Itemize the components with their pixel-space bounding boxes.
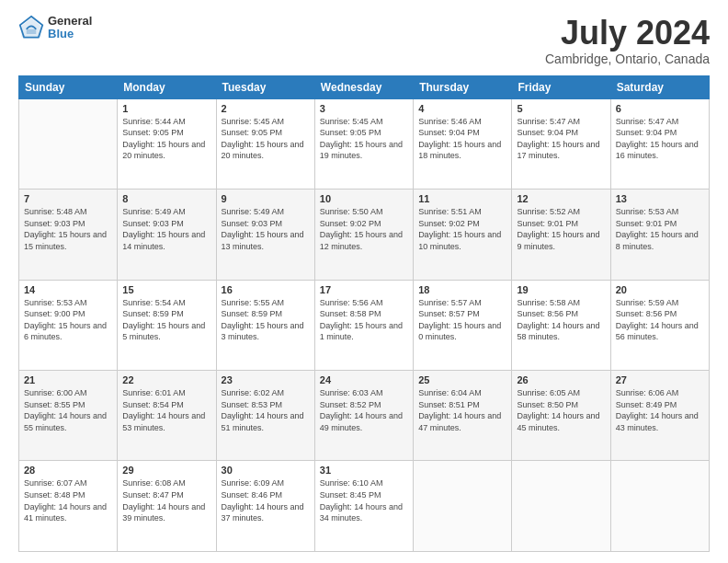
cell-info: Sunrise: 5:46 AMSunset: 9:04 PMDaylight:… [418, 116, 506, 162]
cell-info: Sunrise: 6:01 AMSunset: 8:54 PMDaylight:… [122, 387, 210, 433]
header-monday: Monday [118, 75, 216, 98]
cell-info: Sunrise: 5:48 AMSunset: 9:03 PMDaylight:… [24, 206, 112, 252]
cell-info: Sunrise: 5:59 AMSunset: 8:56 PMDaylight:… [616, 297, 704, 343]
cell-date-number: 16 [222, 284, 310, 295]
cell-info: Sunrise: 5:50 AMSunset: 9:02 PMDaylight:… [320, 206, 408, 252]
table-row: 10Sunrise: 5:50 AMSunset: 9:02 PMDayligh… [314, 190, 413, 280]
title-block: July 2024 Cambridge, Ontario, Canada [545, 15, 710, 66]
table-row: 21Sunrise: 6:00 AMSunset: 8:55 PMDayligh… [19, 371, 118, 461]
table-row: 13Sunrise: 5:53 AMSunset: 9:01 PMDayligh… [610, 190, 709, 280]
cell-date-number: 18 [418, 284, 506, 295]
cell-info: Sunrise: 5:51 AMSunset: 9:02 PMDaylight:… [418, 206, 506, 252]
cell-date-number: 2 [222, 103, 310, 114]
cell-info: Sunrise: 5:47 AMSunset: 9:04 PMDaylight:… [517, 116, 605, 162]
cell-info: Sunrise: 5:58 AMSunset: 8:56 PMDaylight:… [517, 297, 605, 343]
cell-info: Sunrise: 6:10 AMSunset: 8:45 PMDaylight:… [320, 477, 408, 523]
header: General Blue July 2024 Cambridge, Ontari… [18, 15, 710, 66]
cell-date-number: 5 [517, 103, 605, 114]
header-sunday: Sunday [19, 75, 118, 98]
cell-date-number: 29 [122, 465, 210, 476]
cell-info: Sunrise: 5:49 AMSunset: 9:03 PMDaylight:… [122, 206, 210, 252]
cell-date-number: 23 [222, 374, 310, 385]
table-row: 22Sunrise: 6:01 AMSunset: 8:54 PMDayligh… [118, 371, 216, 461]
table-row: 29Sunrise: 6:08 AMSunset: 8:47 PMDayligh… [118, 461, 216, 552]
header-wednesday: Wednesday [314, 75, 413, 98]
cell-date-number: 31 [320, 465, 408, 476]
cell-date-number: 26 [517, 374, 605, 385]
table-row: 4Sunrise: 5:46 AMSunset: 9:04 PMDaylight… [414, 98, 512, 189]
cell-date-number: 9 [222, 193, 310, 204]
weekday-header-row: Sunday Monday Tuesday Wednesday Thursday… [19, 75, 710, 98]
cell-info: Sunrise: 6:04 AMSunset: 8:51 PMDaylight:… [418, 387, 506, 433]
cell-date-number: 4 [418, 103, 506, 114]
table-row: 16Sunrise: 5:55 AMSunset: 8:59 PMDayligh… [216, 280, 314, 370]
cell-info: Sunrise: 5:56 AMSunset: 8:58 PMDaylight:… [320, 297, 408, 343]
table-row: 28Sunrise: 6:07 AMSunset: 8:48 PMDayligh… [19, 461, 118, 552]
header-saturday: Saturday [610, 75, 709, 98]
cell-date-number: 19 [517, 284, 605, 295]
cell-info: Sunrise: 6:03 AMSunset: 8:52 PMDaylight:… [320, 387, 408, 433]
page: General Blue July 2024 Cambridge, Ontari… [0, 0, 728, 563]
table-row: 7Sunrise: 5:48 AMSunset: 9:03 PMDaylight… [19, 190, 118, 280]
cell-date-number: 22 [122, 374, 210, 385]
table-row: 20Sunrise: 5:59 AMSunset: 8:56 PMDayligh… [610, 280, 709, 370]
logo: General Blue [18, 15, 92, 41]
table-row: 26Sunrise: 6:05 AMSunset: 8:50 PMDayligh… [512, 371, 610, 461]
table-row: 2Sunrise: 5:45 AMSunset: 9:05 PMDaylight… [216, 98, 314, 189]
cell-info: Sunrise: 5:52 AMSunset: 9:01 PMDaylight:… [517, 206, 605, 252]
table-row: 15Sunrise: 5:54 AMSunset: 8:59 PMDayligh… [118, 280, 216, 370]
cell-date-number: 17 [320, 284, 408, 295]
table-row: 12Sunrise: 5:52 AMSunset: 9:01 PMDayligh… [512, 190, 610, 280]
cell-date-number: 14 [24, 284, 112, 295]
cell-date-number: 28 [24, 465, 112, 476]
header-thursday: Thursday [414, 75, 512, 98]
cell-info: Sunrise: 6:06 AMSunset: 8:49 PMDaylight:… [616, 387, 704, 433]
cell-info: Sunrise: 5:53 AMSunset: 9:01 PMDaylight:… [616, 206, 704, 252]
location-title: Cambridge, Ontario, Canada [545, 52, 710, 66]
cell-date-number: 30 [222, 465, 310, 476]
table-row: 9Sunrise: 5:49 AMSunset: 9:03 PMDaylight… [216, 190, 314, 280]
cell-info: Sunrise: 5:54 AMSunset: 8:59 PMDaylight:… [122, 297, 210, 343]
cell-date-number: 7 [24, 193, 112, 204]
cell-date-number: 24 [320, 374, 408, 385]
cell-date-number: 12 [517, 193, 605, 204]
cell-date-number: 6 [616, 103, 704, 114]
logo-general-text: General [48, 15, 92, 28]
table-row: 1Sunrise: 5:44 AMSunset: 9:05 PMDaylight… [118, 98, 216, 189]
table-row: 30Sunrise: 6:09 AMSunset: 8:46 PMDayligh… [216, 461, 314, 552]
cell-info: Sunrise: 5:44 AMSunset: 9:05 PMDaylight:… [122, 116, 210, 162]
cell-info: Sunrise: 6:08 AMSunset: 8:47 PMDaylight:… [122, 477, 210, 523]
table-row [610, 461, 709, 552]
cell-date-number: 1 [122, 103, 210, 114]
cell-date-number: 13 [616, 193, 704, 204]
logo-text: General Blue [48, 15, 92, 41]
cell-date-number: 8 [122, 193, 210, 204]
table-row: 24Sunrise: 6:03 AMSunset: 8:52 PMDayligh… [314, 371, 413, 461]
cell-info: Sunrise: 6:00 AMSunset: 8:55 PMDaylight:… [24, 387, 112, 433]
cell-info: Sunrise: 6:05 AMSunset: 8:50 PMDaylight:… [517, 387, 605, 433]
table-row [512, 461, 610, 552]
cell-date-number: 11 [418, 193, 506, 204]
cell-info: Sunrise: 5:57 AMSunset: 8:57 PMDaylight:… [418, 297, 506, 343]
table-row: 23Sunrise: 6:02 AMSunset: 8:53 PMDayligh… [216, 371, 314, 461]
cell-date-number: 25 [418, 374, 506, 385]
header-tuesday: Tuesday [216, 75, 314, 98]
cell-date-number: 15 [122, 284, 210, 295]
calendar-table: Sunday Monday Tuesday Wednesday Thursday… [18, 75, 710, 552]
cell-date-number: 20 [616, 284, 704, 295]
cell-date-number: 27 [616, 374, 704, 385]
cell-info: Sunrise: 5:53 AMSunset: 9:00 PMDaylight:… [24, 297, 112, 343]
table-row: 27Sunrise: 6:06 AMSunset: 8:49 PMDayligh… [610, 371, 709, 461]
cell-info: Sunrise: 5:45 AMSunset: 9:05 PMDaylight:… [320, 116, 408, 162]
cell-info: Sunrise: 5:55 AMSunset: 8:59 PMDaylight:… [222, 297, 310, 343]
cell-info: Sunrise: 6:02 AMSunset: 8:53 PMDaylight:… [222, 387, 310, 433]
table-row: 11Sunrise: 5:51 AMSunset: 9:02 PMDayligh… [414, 190, 512, 280]
cell-date-number: 10 [320, 193, 408, 204]
table-row: 19Sunrise: 5:58 AMSunset: 8:56 PMDayligh… [512, 280, 610, 370]
logo-icon [18, 15, 44, 40]
cell-date-number: 3 [320, 103, 408, 114]
header-friday: Friday [512, 75, 610, 98]
cell-date-number: 21 [24, 374, 112, 385]
logo-blue-text: Blue [48, 28, 92, 40]
table-row: 8Sunrise: 5:49 AMSunset: 9:03 PMDaylight… [118, 190, 216, 280]
